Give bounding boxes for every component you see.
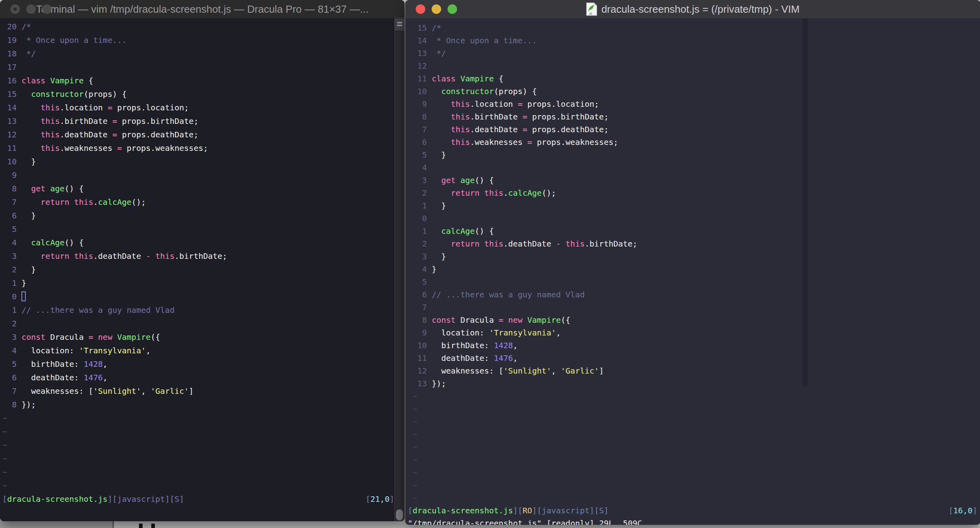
line-number: 1	[2, 276, 17, 290]
scrollbar-thumb[interactable]	[396, 509, 403, 520]
code-line: 5	[2, 222, 397, 236]
line-number: 20	[2, 20, 17, 33]
macvim-content: 15/*14 * Once upon a time...13 */1211cla…	[405, 18, 980, 525]
code-line: 9	[2, 168, 397, 182]
code-line: 10 birthDate: 1428,	[413, 339, 980, 352]
code-line: 11 this.weaknesses = props.weaknesses;	[2, 141, 397, 155]
line-number: 4	[2, 236, 17, 249]
empty-line-tilde: ~	[413, 491, 980, 504]
code-line: 6 deathDate: 1476,	[2, 371, 397, 384]
code-line: 8const Dracula = new Vampire({	[413, 314, 980, 326]
line-number: 6	[413, 136, 427, 148]
line-number: 10	[413, 339, 427, 352]
code-line: 8 this.birthDate = props.birthDate;	[413, 110, 980, 123]
code-line: 13 */	[413, 47, 980, 60]
line-number: 11	[413, 352, 427, 364]
line-number: 3	[2, 330, 17, 344]
line-number: 12	[2, 128, 17, 141]
vim-statusline: [dracula-screenshot.js][RO][javascript][…	[405, 504, 977, 517]
code-line: 5 }	[413, 148, 980, 161]
line-number: 0	[2, 290, 17, 303]
code-line: 14 this.location = props.location;	[2, 101, 397, 114]
vim-cursor	[21, 291, 26, 301]
zoom-button[interactable]	[448, 4, 457, 14]
line-number: 19	[2, 33, 17, 47]
terminal-scrollbar[interactable]	[394, 18, 405, 521]
code-line: 3 }	[413, 250, 980, 263]
line-number: 3	[2, 249, 17, 263]
close-button[interactable]	[416, 4, 425, 14]
code-line: 7	[413, 301, 980, 314]
minimize-button[interactable]	[432, 4, 441, 14]
line-number: 13	[413, 47, 427, 60]
window-title: Terminal — vim /tmp/dracula-screenshot.j…	[36, 3, 368, 15]
empty-line-tilde: ~	[413, 428, 980, 441]
macvim-window: JS dracula-screenshot.js = (/private/tmp…	[405, 0, 980, 525]
empty-line-tilde: ~	[2, 479, 397, 492]
close-button[interactable]	[10, 4, 20, 14]
code-line: 3 return this.deathDate - this.birthDate…	[2, 249, 397, 263]
code-line: 1}	[2, 276, 397, 290]
line-number: 5	[2, 357, 17, 371]
line-number: 7	[413, 301, 427, 314]
code-line: 8 get age() {	[2, 182, 397, 195]
empty-line-tilde: ~	[413, 466, 980, 479]
line-number: 14	[2, 101, 17, 114]
code-line: 1 calcAge() {	[413, 225, 980, 237]
line-number: 2	[413, 237, 427, 250]
line-number: 1	[413, 199, 427, 212]
terminal-content: 20/*19 * Once upon a time...18 */1716cla…	[0, 18, 405, 521]
empty-line-tilde: ~	[413, 390, 980, 403]
code-line: 12 this.deathDate = props.deathDate;	[2, 128, 397, 141]
line-number: 4	[413, 263, 427, 276]
empty-line-tilde: ~	[2, 465, 397, 479]
minimize-button[interactable]	[26, 4, 36, 14]
line-number: 2	[2, 263, 17, 276]
vim-buffer[interactable]: 20/*19 * Once upon a time...18 */1716cla…	[0, 18, 397, 492]
code-line: 7 return this.calcAge();	[2, 195, 397, 209]
line-number: 3	[413, 250, 427, 263]
code-line: 12	[413, 60, 980, 72]
line-number: 5	[413, 276, 427, 288]
window-title: dracula-screenshot.js = (/private/tmp) -…	[601, 3, 799, 15]
code-line: 0	[2, 290, 397, 303]
line-number: 8	[2, 182, 17, 195]
line-number: 4	[413, 161, 427, 174]
line-number: 10	[413, 85, 427, 98]
empty-line-tilde: ~	[2, 438, 397, 452]
line-number: 12	[413, 60, 427, 72]
split-pane-button[interactable]	[395, 18, 405, 30]
line-number: 5	[413, 148, 427, 161]
statusline-cursor-position: [21,0]	[366, 492, 394, 506]
code-line: 3const Dracula = new Vampire({	[2, 330, 397, 344]
code-line: 2	[2, 317, 397, 330]
code-line: 20/*	[2, 20, 397, 33]
code-line: 4	[413, 161, 980, 174]
line-number: 17	[2, 60, 17, 74]
empty-line-tilde: ~	[2, 425, 397, 438]
code-line: 11class Vampire {	[413, 72, 980, 85]
code-line: 17	[2, 60, 397, 74]
line-number: 10	[2, 155, 17, 168]
background-window-divider	[112, 520, 114, 528]
code-line: 5	[413, 276, 980, 288]
line-number: 1	[413, 225, 427, 237]
code-line: 2 }	[2, 263, 397, 276]
line-number: 6	[413, 288, 427, 301]
line-number: 7	[2, 384, 17, 398]
code-line: 15/*	[413, 21, 980, 34]
line-number: 8	[413, 110, 427, 123]
code-line: 2 return this.calcAge();	[413, 187, 980, 199]
line-number: 13	[2, 114, 17, 128]
zoom-button[interactable]	[42, 4, 52, 14]
line-number: 4	[2, 344, 17, 357]
line-number: 1	[2, 303, 17, 317]
vim-buffer[interactable]: 15/*14 * Once upon a time...13 */1211cla…	[405, 18, 980, 504]
background-window-strip	[0, 520, 112, 528]
code-line: 6// ...there was a guy named Vlad	[413, 288, 980, 301]
macvim-titlebar[interactable]: JS dracula-screenshot.js = (/private/tmp…	[405, 0, 980, 19]
split-pane-icon	[397, 22, 402, 23]
code-line: 2 return this.deathDate - this.birthDate…	[413, 237, 980, 250]
terminal-titlebar[interactable]: Terminal — vim /tmp/dracula-screenshot.j…	[0, 0, 405, 19]
code-line: 4 calcAge() {	[2, 236, 397, 249]
